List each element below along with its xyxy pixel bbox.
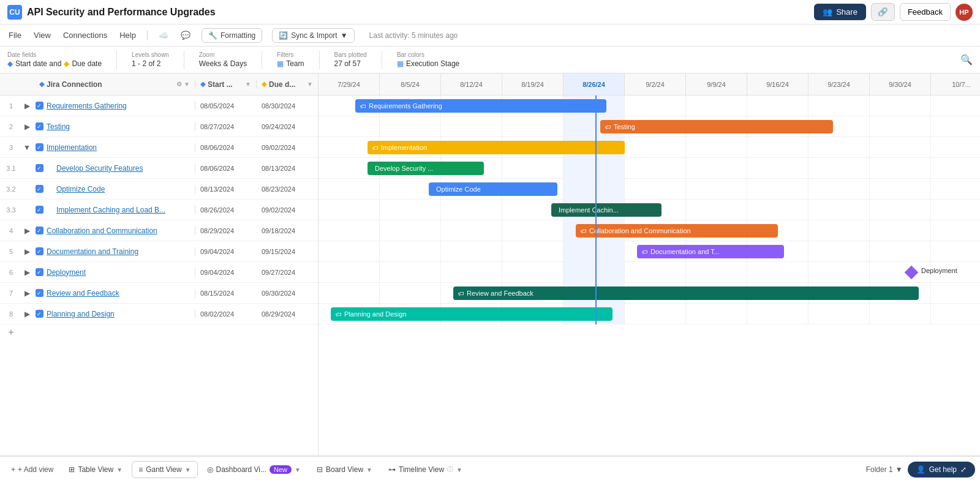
- gantt-cell: [380, 262, 441, 283]
- gantt-cell: [809, 158, 870, 179]
- col-start-header[interactable]: ◆ Start ... ▼: [195, 80, 257, 89]
- link-button[interactable]: 🔗: [871, 3, 895, 21]
- gantt-grid-row: Implement Cachin...: [318, 200, 980, 220]
- row-title[interactable]: Review and Feedback: [44, 289, 192, 298]
- tab-gantt-view[interactable]: ≡ Gantt View ▼: [132, 461, 197, 478]
- bar-colors-value[interactable]: ▦ Execution Stage: [397, 59, 459, 68]
- col-jira-header[interactable]: ◆ Jira Connection ⚙ ▼: [34, 80, 195, 89]
- row-title[interactable]: Deployment: [44, 268, 192, 277]
- gantt-cell: [625, 200, 686, 220]
- gantt-cell: [441, 137, 502, 158]
- gantt-cell: [809, 283, 870, 304]
- row-expand-icon[interactable]: ▶: [22, 310, 32, 318]
- gantt-cell: [686, 220, 747, 241]
- row-checkbox[interactable]: [34, 289, 44, 297]
- gantt-cell: [502, 283, 564, 304]
- table-row: 3.2 Optimize Code 08/13/2024 08/23/2024: [0, 179, 318, 200]
- row-checkbox[interactable]: [34, 122, 44, 130]
- board-icon: ⊟: [317, 465, 323, 474]
- tab-table-view[interactable]: ⊞ Table View ▼: [62, 461, 129, 478]
- row-checkbox[interactable]: [34, 247, 44, 255]
- row-title[interactable]: Requirements Gathering: [44, 102, 192, 110]
- sync-dropdown-icon: ▼: [341, 31, 348, 40]
- add-row-button[interactable]: +: [0, 324, 22, 340]
- row-checkbox[interactable]: [34, 310, 44, 318]
- tab-board-view[interactable]: ⊟ Board View ▼: [310, 461, 379, 478]
- row-start-date: 08/06/2024: [195, 144, 257, 151]
- row-title[interactable]: Implement Caching and Load B...: [44, 206, 192, 214]
- row-title[interactable]: Develop Security Features: [44, 164, 192, 173]
- board-dropdown-icon[interactable]: ▼: [366, 466, 372, 473]
- date-fields-value[interactable]: ◆ Start date and ◆ Due date: [7, 59, 102, 68]
- row-title[interactable]: Implementation: [44, 143, 192, 152]
- row-start-date: 08/06/2024: [195, 165, 257, 172]
- gantt-cell: [502, 262, 564, 283]
- formatting-button[interactable]: 🔧 Formatting: [202, 28, 262, 43]
- date-header: 10/7...: [931, 73, 980, 95]
- gantt-cell: [931, 158, 980, 179]
- row-expand-icon[interactable]: ▶: [22, 289, 32, 298]
- gantt-cell: [747, 220, 809, 241]
- row-expand-icon[interactable]: ▶: [22, 268, 32, 277]
- zoom-value[interactable]: Weeks & Days: [199, 59, 247, 68]
- get-help-button[interactable]: 👤 Get help ⤢: [908, 462, 975, 478]
- search-button[interactable]: 🔍: [960, 54, 973, 66]
- sync-button[interactable]: 🔄 Sync & Import ▼: [272, 28, 354, 43]
- row-checkbox[interactable]: [34, 185, 44, 193]
- avatar[interactable]: HP: [956, 4, 973, 21]
- gantt-cell: [318, 179, 380, 200]
- row-checkbox[interactable]: [34, 227, 44, 234]
- share-button[interactable]: 👥 Share: [814, 4, 866, 20]
- row-expand-icon[interactable]: ▶: [22, 227, 32, 235]
- feedback-button[interactable]: Feedback: [900, 3, 951, 21]
- row-title[interactable]: Optimize Code: [44, 185, 192, 193]
- row-expand-icon[interactable]: ▶: [22, 247, 32, 256]
- gantt-dates: 7/29/248/5/248/12/248/19/248/26/249/2/24…: [318, 73, 980, 96]
- row-expand-icon[interactable]: ▶: [22, 122, 32, 131]
- col-due-header[interactable]: ◆ Due d... ▼: [257, 80, 318, 89]
- row-checkbox[interactable]: [34, 268, 44, 276]
- row-number: 1: [0, 102, 22, 110]
- row-checkbox[interactable]: [34, 206, 44, 214]
- row-expand-icon[interactable]: ▼: [22, 143, 32, 152]
- date-header: 7/29/24: [318, 73, 380, 95]
- row-title[interactable]: Planning and Design: [44, 310, 192, 318]
- menu-help[interactable]: Help: [118, 28, 137, 42]
- new-badge: New: [270, 465, 292, 474]
- table-view-dropdown-icon[interactable]: ▼: [116, 466, 123, 473]
- menu-connections[interactable]: Connections: [62, 28, 108, 42]
- timeline-dropdown-icon[interactable]: ▼: [456, 466, 462, 473]
- gantt-cell: [686, 262, 747, 283]
- row-title[interactable]: Testing: [44, 122, 192, 131]
- bars-value[interactable]: 27 of 57: [334, 59, 367, 68]
- left-panel: ◆ Jira Connection ⚙ ▼ ◆ Start ... ▼ ◆ Du…: [0, 73, 318, 455]
- project-title: API Security and Performance Upgrades: [27, 7, 216, 18]
- row-title[interactable]: Documentation and Training: [44, 247, 192, 256]
- row-checkbox[interactable]: [34, 164, 44, 172]
- filters-value[interactable]: ▦ Team: [277, 59, 304, 68]
- gantt-cell: [564, 137, 625, 158]
- dashboard-dropdown-icon[interactable]: ▼: [295, 466, 301, 473]
- gantt-cell: [809, 304, 870, 324]
- menu-file[interactable]: File: [7, 28, 23, 42]
- add-view-button[interactable]: + + Add view: [5, 462, 59, 478]
- row-due-date: 09/30/2024: [257, 290, 318, 297]
- table-row: 7 ▶ Review and Feedback 08/15/2024 09/30…: [0, 283, 318, 304]
- table-row: 3.3 Implement Caching and Load B... 08/2…: [0, 200, 318, 220]
- row-title[interactable]: Collaboration and Communication: [44, 227, 192, 235]
- row-checkbox[interactable]: [34, 102, 44, 110]
- tab-timeline-view[interactable]: ⊶ Timeline View ⓘ ▼: [382, 461, 469, 478]
- row-expand-icon[interactable]: ▶: [22, 102, 32, 110]
- tab-dashboard-view[interactable]: ◎ Dashboard Vi... New ▼: [200, 461, 307, 478]
- row-checkbox[interactable]: [34, 143, 44, 151]
- menu-view[interactable]: View: [32, 28, 52, 42]
- top-bar-left: CU API Security and Performance Upgrades: [7, 5, 216, 20]
- top-bar: CU API Security and Performance Upgrades…: [0, 0, 980, 24]
- gantt-cell: [931, 137, 980, 158]
- gantt-view-dropdown-icon[interactable]: ▼: [185, 466, 191, 473]
- folder-label[interactable]: Folder 1 ▼: [866, 465, 903, 474]
- table-row: 1 ▶ Requirements Gathering 08/05/2024 08…: [0, 96, 318, 116]
- comment-icon[interactable]: 💬: [179, 31, 192, 40]
- levels-value[interactable]: 1 - 2 of 2: [132, 59, 169, 68]
- row-number: 3.1: [0, 165, 22, 172]
